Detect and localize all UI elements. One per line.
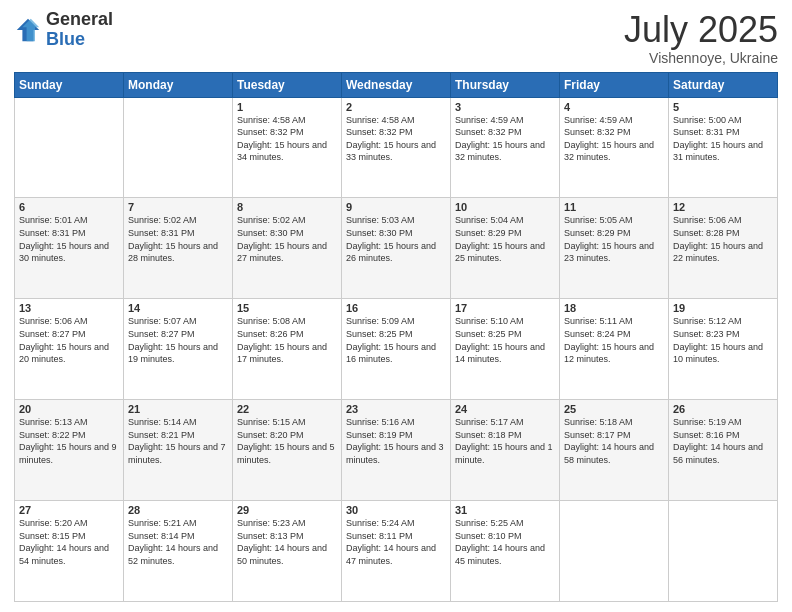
calendar-cell: 25Sunrise: 5:18 AM Sunset: 8:17 PM Dayli… bbox=[560, 400, 669, 501]
day-number: 31 bbox=[455, 504, 555, 516]
day-number: 28 bbox=[128, 504, 228, 516]
calendar-cell bbox=[124, 97, 233, 198]
calendar-cell: 22Sunrise: 5:15 AM Sunset: 8:20 PM Dayli… bbox=[233, 400, 342, 501]
day-info: Sunrise: 4:58 AM Sunset: 8:32 PM Dayligh… bbox=[346, 114, 446, 164]
header: General Blue July 2025 Vishennoye, Ukrai… bbox=[14, 10, 778, 66]
day-number: 29 bbox=[237, 504, 337, 516]
calendar-cell bbox=[15, 97, 124, 198]
day-info: Sunrise: 4:59 AM Sunset: 8:32 PM Dayligh… bbox=[455, 114, 555, 164]
col-header-tuesday: Tuesday bbox=[233, 72, 342, 97]
calendar-cell bbox=[560, 501, 669, 602]
day-info: Sunrise: 5:12 AM Sunset: 8:23 PM Dayligh… bbox=[673, 315, 773, 365]
calendar-cell: 9Sunrise: 5:03 AM Sunset: 8:30 PM Daylig… bbox=[342, 198, 451, 299]
logo-icon bbox=[14, 16, 42, 44]
col-header-wednesday: Wednesday bbox=[342, 72, 451, 97]
day-number: 11 bbox=[564, 201, 664, 213]
calendar-cell: 10Sunrise: 5:04 AM Sunset: 8:29 PM Dayli… bbox=[451, 198, 560, 299]
day-info: Sunrise: 5:04 AM Sunset: 8:29 PM Dayligh… bbox=[455, 214, 555, 264]
calendar-cell: 19Sunrise: 5:12 AM Sunset: 8:23 PM Dayli… bbox=[669, 299, 778, 400]
day-number: 18 bbox=[564, 302, 664, 314]
calendar-cell bbox=[669, 501, 778, 602]
calendar-cell: 27Sunrise: 5:20 AM Sunset: 8:15 PM Dayli… bbox=[15, 501, 124, 602]
day-number: 16 bbox=[346, 302, 446, 314]
col-header-saturday: Saturday bbox=[669, 72, 778, 97]
day-info: Sunrise: 5:19 AM Sunset: 8:16 PM Dayligh… bbox=[673, 416, 773, 466]
day-info: Sunrise: 5:05 AM Sunset: 8:29 PM Dayligh… bbox=[564, 214, 664, 264]
day-info: Sunrise: 4:58 AM Sunset: 8:32 PM Dayligh… bbox=[237, 114, 337, 164]
day-info: Sunrise: 5:10 AM Sunset: 8:25 PM Dayligh… bbox=[455, 315, 555, 365]
day-info: Sunrise: 5:21 AM Sunset: 8:14 PM Dayligh… bbox=[128, 517, 228, 567]
day-number: 1 bbox=[237, 101, 337, 113]
day-info: Sunrise: 5:15 AM Sunset: 8:20 PM Dayligh… bbox=[237, 416, 337, 466]
calendar-cell: 23Sunrise: 5:16 AM Sunset: 8:19 PM Dayli… bbox=[342, 400, 451, 501]
calendar-week-row: 1Sunrise: 4:58 AM Sunset: 8:32 PM Daylig… bbox=[15, 97, 778, 198]
day-info: Sunrise: 5:06 AM Sunset: 8:28 PM Dayligh… bbox=[673, 214, 773, 264]
calendar-cell: 6Sunrise: 5:01 AM Sunset: 8:31 PM Daylig… bbox=[15, 198, 124, 299]
day-number: 12 bbox=[673, 201, 773, 213]
day-number: 19 bbox=[673, 302, 773, 314]
calendar-cell: 1Sunrise: 4:58 AM Sunset: 8:32 PM Daylig… bbox=[233, 97, 342, 198]
day-info: Sunrise: 5:18 AM Sunset: 8:17 PM Dayligh… bbox=[564, 416, 664, 466]
day-info: Sunrise: 5:13 AM Sunset: 8:22 PM Dayligh… bbox=[19, 416, 119, 466]
day-info: Sunrise: 5:07 AM Sunset: 8:27 PM Dayligh… bbox=[128, 315, 228, 365]
calendar-header-row: SundayMondayTuesdayWednesdayThursdayFrid… bbox=[15, 72, 778, 97]
day-number: 2 bbox=[346, 101, 446, 113]
logo: General Blue bbox=[14, 10, 113, 50]
day-info: Sunrise: 5:03 AM Sunset: 8:30 PM Dayligh… bbox=[346, 214, 446, 264]
day-number: 17 bbox=[455, 302, 555, 314]
day-number: 8 bbox=[237, 201, 337, 213]
calendar-cell: 30Sunrise: 5:24 AM Sunset: 8:11 PM Dayli… bbox=[342, 501, 451, 602]
calendar-cell: 15Sunrise: 5:08 AM Sunset: 8:26 PM Dayli… bbox=[233, 299, 342, 400]
day-number: 10 bbox=[455, 201, 555, 213]
calendar-table: SundayMondayTuesdayWednesdayThursdayFrid… bbox=[14, 72, 778, 602]
day-info: Sunrise: 5:11 AM Sunset: 8:24 PM Dayligh… bbox=[564, 315, 664, 365]
calendar-cell: 28Sunrise: 5:21 AM Sunset: 8:14 PM Dayli… bbox=[124, 501, 233, 602]
calendar-cell: 7Sunrise: 5:02 AM Sunset: 8:31 PM Daylig… bbox=[124, 198, 233, 299]
col-header-sunday: Sunday bbox=[15, 72, 124, 97]
page: General Blue July 2025 Vishennoye, Ukrai… bbox=[0, 0, 792, 612]
day-info: Sunrise: 5:25 AM Sunset: 8:10 PM Dayligh… bbox=[455, 517, 555, 567]
day-number: 6 bbox=[19, 201, 119, 213]
calendar-week-row: 13Sunrise: 5:06 AM Sunset: 8:27 PM Dayli… bbox=[15, 299, 778, 400]
day-number: 9 bbox=[346, 201, 446, 213]
day-info: Sunrise: 5:01 AM Sunset: 8:31 PM Dayligh… bbox=[19, 214, 119, 264]
day-info: Sunrise: 5:06 AM Sunset: 8:27 PM Dayligh… bbox=[19, 315, 119, 365]
day-number: 25 bbox=[564, 403, 664, 415]
calendar-week-row: 20Sunrise: 5:13 AM Sunset: 8:22 PM Dayli… bbox=[15, 400, 778, 501]
day-info: Sunrise: 5:09 AM Sunset: 8:25 PM Dayligh… bbox=[346, 315, 446, 365]
col-header-friday: Friday bbox=[560, 72, 669, 97]
calendar-cell: 20Sunrise: 5:13 AM Sunset: 8:22 PM Dayli… bbox=[15, 400, 124, 501]
day-number: 27 bbox=[19, 504, 119, 516]
calendar-cell: 5Sunrise: 5:00 AM Sunset: 8:31 PM Daylig… bbox=[669, 97, 778, 198]
day-info: Sunrise: 5:20 AM Sunset: 8:15 PM Dayligh… bbox=[19, 517, 119, 567]
calendar-cell: 18Sunrise: 5:11 AM Sunset: 8:24 PM Dayli… bbox=[560, 299, 669, 400]
day-number: 23 bbox=[346, 403, 446, 415]
day-number: 4 bbox=[564, 101, 664, 113]
day-info: Sunrise: 4:59 AM Sunset: 8:32 PM Dayligh… bbox=[564, 114, 664, 164]
calendar-cell: 16Sunrise: 5:09 AM Sunset: 8:25 PM Dayli… bbox=[342, 299, 451, 400]
day-number: 21 bbox=[128, 403, 228, 415]
day-number: 3 bbox=[455, 101, 555, 113]
calendar-cell: 8Sunrise: 5:02 AM Sunset: 8:30 PM Daylig… bbox=[233, 198, 342, 299]
calendar-cell: 31Sunrise: 5:25 AM Sunset: 8:10 PM Dayli… bbox=[451, 501, 560, 602]
day-info: Sunrise: 5:02 AM Sunset: 8:31 PM Dayligh… bbox=[128, 214, 228, 264]
calendar-cell: 4Sunrise: 4:59 AM Sunset: 8:32 PM Daylig… bbox=[560, 97, 669, 198]
col-header-monday: Monday bbox=[124, 72, 233, 97]
day-info: Sunrise: 5:02 AM Sunset: 8:30 PM Dayligh… bbox=[237, 214, 337, 264]
day-info: Sunrise: 5:17 AM Sunset: 8:18 PM Dayligh… bbox=[455, 416, 555, 466]
day-info: Sunrise: 5:14 AM Sunset: 8:21 PM Dayligh… bbox=[128, 416, 228, 466]
month-year-title: July 2025 bbox=[624, 10, 778, 50]
day-number: 20 bbox=[19, 403, 119, 415]
day-number: 26 bbox=[673, 403, 773, 415]
calendar-cell: 24Sunrise: 5:17 AM Sunset: 8:18 PM Dayli… bbox=[451, 400, 560, 501]
calendar-cell: 3Sunrise: 4:59 AM Sunset: 8:32 PM Daylig… bbox=[451, 97, 560, 198]
logo-text: General Blue bbox=[46, 10, 113, 50]
day-info: Sunrise: 5:00 AM Sunset: 8:31 PM Dayligh… bbox=[673, 114, 773, 164]
day-number: 13 bbox=[19, 302, 119, 314]
day-number: 22 bbox=[237, 403, 337, 415]
calendar-week-row: 27Sunrise: 5:20 AM Sunset: 8:15 PM Dayli… bbox=[15, 501, 778, 602]
day-info: Sunrise: 5:23 AM Sunset: 8:13 PM Dayligh… bbox=[237, 517, 337, 567]
day-number: 15 bbox=[237, 302, 337, 314]
calendar-cell: 14Sunrise: 5:07 AM Sunset: 8:27 PM Dayli… bbox=[124, 299, 233, 400]
day-number: 30 bbox=[346, 504, 446, 516]
